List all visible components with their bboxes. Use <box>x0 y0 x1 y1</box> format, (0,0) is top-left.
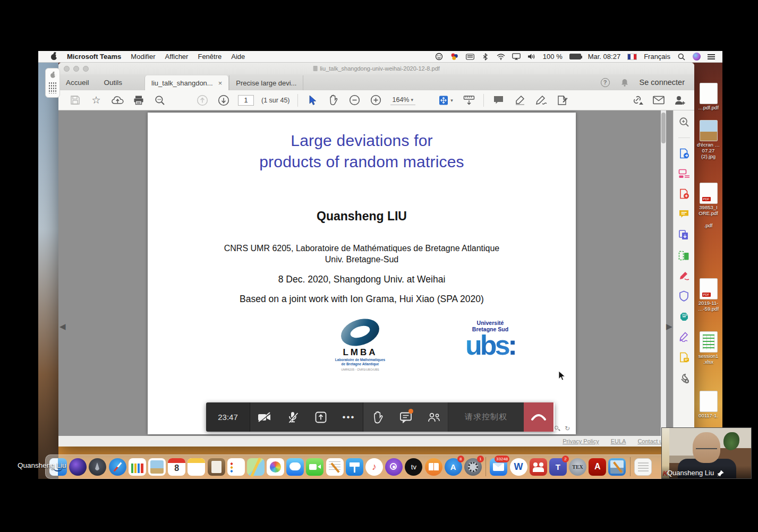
search-icon[interactable] <box>153 93 167 107</box>
dock-acrobat-icon[interactable]: A <box>589 458 606 476</box>
dock-music-icon[interactable]: ♪ <box>365 458 383 476</box>
desktop-file[interactable]: …pdf.pdf <box>694 83 722 111</box>
add-people-icon[interactable] <box>673 93 687 107</box>
dock-notes-icon[interactable] <box>188 458 205 476</box>
tool-edit-pdf-icon[interactable] <box>678 251 689 261</box>
vertical-scrollbar[interactable] <box>661 110 666 436</box>
dock-siri-icon[interactable] <box>69 458 87 476</box>
tool-more-tools-icon[interactable] <box>678 373 689 384</box>
hang-up-button[interactable] <box>524 402 553 432</box>
menu-afficher[interactable]: Afficher <box>165 53 189 61</box>
tab-tools[interactable]: Outils <box>97 74 130 90</box>
zoom-in-icon[interactable] <box>369 93 383 107</box>
select-tool-icon[interactable] <box>305 93 319 107</box>
zoom-out-icon[interactable] <box>348 93 362 107</box>
desktop-file[interactable]: .pdf <box>694 222 722 229</box>
desktop-file[interactable]: 00117-1. <box>694 391 722 419</box>
dock-contacts-icon[interactable] <box>208 458 225 476</box>
floating-refresh-icon[interactable]: ↻ <box>565 425 570 432</box>
input-language-label[interactable]: Français <box>644 53 670 61</box>
next-page-arrow[interactable]: ▶ <box>666 322 672 331</box>
tool-compress-pdf-icon[interactable]: PDF <box>678 312 690 322</box>
dock-stocks-icon[interactable] <box>129 458 146 476</box>
dock-mail-icon[interactable]: 33248 <box>490 458 507 476</box>
eula-link[interactable]: EULA <box>611 438 626 444</box>
mic-off-button[interactable] <box>278 402 306 432</box>
dock-safari-icon[interactable] <box>109 458 126 476</box>
desktop-file[interactable]: session1 .xlsx <box>694 331 722 365</box>
close-window-button[interactable] <box>64 66 70 72</box>
camera-off-button[interactable] <box>250 402 278 432</box>
dock-word-icon[interactable]: W <box>510 458 527 476</box>
privacy-policy-link[interactable]: Privacy Policy <box>563 438 599 444</box>
sign-in-button[interactable]: Se connecter <box>640 78 685 87</box>
battery-icon[interactable] <box>569 54 581 59</box>
zoom-window-button[interactable] <box>83 66 89 72</box>
menu-app-name[interactable]: Microsoft Teams <box>67 53 121 61</box>
email-icon[interactable] <box>652 93 666 107</box>
minimize-window-button[interactable] <box>73 66 79 72</box>
dock-preview-icon[interactable] <box>148 458 166 476</box>
dock-appstore-icon[interactable]: A8 <box>445 458 462 476</box>
scrollbar-thumb[interactable] <box>661 113 666 143</box>
status-face-icon[interactable] <box>435 53 444 61</box>
menu-aide[interactable]: Aide <box>231 53 245 61</box>
menu-modifier[interactable]: Modifier <box>131 53 155 61</box>
desktop-file[interactable]: d'écran …07.27 (2).jpg <box>694 120 722 160</box>
dock-messages-icon[interactable] <box>286 458 304 476</box>
link-share-icon[interactable] <box>631 93 644 107</box>
spotlight-search-icon[interactable] <box>677 53 686 61</box>
notification-center-icon[interactable] <box>708 54 715 59</box>
status-wifi-icon[interactable] <box>497 53 505 61</box>
fill-sign-tool-icon[interactable] <box>555 93 569 107</box>
tool-combine-files-icon[interactable] <box>678 229 689 241</box>
previous-page-icon[interactable] <box>195 93 209 107</box>
tab-document-2[interactable]: Precise large devi... <box>229 75 303 90</box>
pdf-page[interactable]: Large deviations for products of random … <box>148 113 576 434</box>
share-cloud-icon[interactable] <box>110 93 124 107</box>
siri-icon[interactable] <box>693 53 701 61</box>
tab-home[interactable]: Accueil <box>58 74 97 90</box>
measure-tool-icon[interactable] <box>462 93 476 107</box>
tab-document-1[interactable]: liu_talk_shangdon... × <box>144 75 229 90</box>
dock-appletv-icon[interactable]: tv <box>405 458 422 476</box>
tool-fill-sign-icon[interactable] <box>678 271 690 280</box>
apple-menu-icon[interactable] <box>50 53 57 61</box>
raise-hand-button[interactable] <box>363 402 391 432</box>
status-app-colordots-icon[interactable] <box>450 53 459 61</box>
hand-tool-icon[interactable] <box>327 93 340 107</box>
desktop-file[interactable]: 39853_I ORE.pdf <box>694 183 722 217</box>
floating-zoom-icon[interactable] <box>555 426 560 432</box>
request-control-button[interactable]: 请求控制权 <box>448 402 524 432</box>
tool-export-pdf-icon[interactable] <box>679 148 689 159</box>
dock-reminders-icon[interactable] <box>227 458 245 476</box>
favorite-star-icon[interactable]: ☆ <box>89 93 103 107</box>
close-tab-icon[interactable]: × <box>218 79 223 87</box>
zoom-level-dropdown[interactable]: 164% ▾ <box>390 95 416 105</box>
dock-meeting-app-icon[interactable] <box>530 458 547 476</box>
menu-fenetre[interactable]: Fenêtre <box>198 53 222 61</box>
print-icon[interactable] <box>132 93 146 107</box>
dock-facetime-icon[interactable] <box>306 458 323 476</box>
chat-button[interactable] <box>391 402 420 432</box>
marquee-zoom-icon[interactable] <box>679 117 689 127</box>
share-tray-handle[interactable] <box>45 68 60 98</box>
dock-textedit-icon[interactable] <box>326 458 344 476</box>
dock-photos-icon[interactable] <box>267 458 284 476</box>
dock-keynote-icon[interactable] <box>346 458 363 476</box>
menu-clock[interactable]: Mar. 08:27 <box>588 53 620 61</box>
next-page-icon[interactable] <box>217 93 231 107</box>
help-icon[interactable]: ? <box>601 78 610 87</box>
dock-teams-icon[interactable]: T2 <box>549 458 567 476</box>
tool-create-pdf-icon[interactable] <box>679 188 689 199</box>
tool-certificates-icon[interactable] <box>678 332 690 342</box>
tool-request-signatures-icon[interactable] <box>679 352 689 363</box>
page-number-input[interactable] <box>238 95 254 106</box>
window-titlebar[interactable]: liu_talk_shangdong-univ-weihai-2020-12-8… <box>58 63 694 74</box>
desktop-file[interactable]: 2019-11- …-59.pdf <box>694 278 722 312</box>
tool-comment-icon[interactable] <box>678 209 689 219</box>
dock-calendar-icon[interactable]: 8 <box>168 458 185 476</box>
dock-document-icon[interactable] <box>634 458 652 476</box>
page-display-options-icon[interactable]: ▾ <box>437 93 455 107</box>
dock-maps-icon[interactable] <box>247 458 265 476</box>
